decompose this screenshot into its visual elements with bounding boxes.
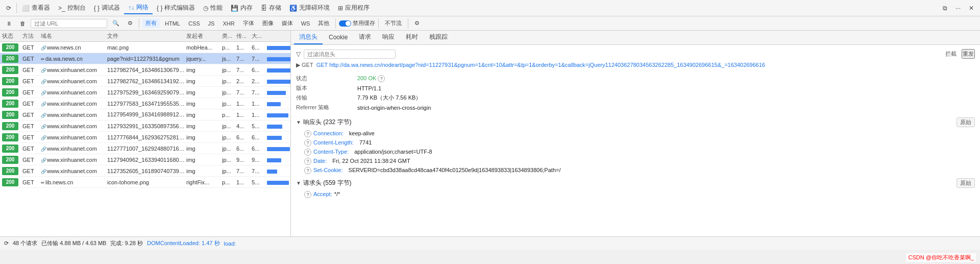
filter-html-button[interactable]: HTML — [162, 19, 183, 28]
filter-ws-button[interactable]: WS — [298, 19, 313, 28]
raw-response-headers-button[interactable]: 原始 — [957, 117, 975, 127]
col-header-status: 状态 — [2, 32, 22, 40]
table-row[interactable]: 200GET🔗www.xinhuanet.com1127940962_16339… — [0, 154, 290, 165]
filter-media-button[interactable]: 媒体 — [279, 18, 296, 28]
cache-toggle-box[interactable] — [339, 20, 351, 27]
transferred-size: 已传输 4.88 MB / 4.63 MB — [41, 239, 106, 247]
status-cell: 200 — [2, 55, 22, 63]
file-cell: 1127932991_1633508973562_titl — [107, 123, 186, 129]
table-row[interactable]: 200GET🔗www.xinhuanet.com1127982764_16348… — [0, 64, 290, 76]
tab-request[interactable]: 请求 — [354, 31, 376, 44]
performance-tab[interactable]: ◷ 性能 — [199, 2, 227, 14]
rh-label: Content-Type: — [313, 149, 349, 155]
tab-message-header[interactable]: 消息头 — [294, 31, 323, 44]
size-cell: 7... — [252, 56, 267, 62]
status-badge: 200 — [2, 133, 18, 141]
more-button[interactable]: ··· — [951, 3, 965, 13]
table-row[interactable]: 200GET🔗www.xinhuanet.com1127352605_16189… — [0, 165, 290, 177]
table-row[interactable]: 200GET🔗www.xinhuanet.com1127977583_16347… — [0, 98, 290, 109]
intercept-button[interactable]: 重发 — [962, 49, 975, 59]
col-header-method: 方法 — [22, 32, 41, 40]
referrer-value: strict-origin-when-cross-origin — [357, 105, 431, 111]
tab-stack-trace[interactable]: 栈跟踪 — [424, 31, 453, 44]
table-row[interactable]: 200GET🔗www.xinhuanet.com1127771007_16292… — [0, 143, 290, 154]
domain-icon: 🔗 — [41, 135, 46, 140]
rh-label: Set-Cookie: — [313, 167, 342, 173]
search-button[interactable]: 🔍 — [109, 19, 122, 28]
no-throttle-select[interactable]: 不节流 — [382, 18, 405, 28]
network-tab[interactable]: ↑↓ 网络 — [124, 2, 153, 14]
filter-settings-button[interactable]: ⚙ — [125, 19, 136, 28]
clear-button[interactable]: 🗑 — [17, 19, 29, 28]
referrer-label: Referrer 策略 — [296, 104, 357, 111]
status-cell: 200 — [2, 167, 22, 175]
status-badge: 200 — [2, 55, 18, 63]
rh-help-icon[interactable]: ? — [304, 130, 311, 137]
dom-content-loaded-link[interactable]: DOMContentLoaded: 1.47 秒 — [147, 239, 219, 247]
tab-cookie[interactable]: Cookie — [324, 32, 353, 44]
status-badge: 200 — [2, 111, 18, 119]
accept-help-icon[interactable]: ? — [304, 191, 311, 198]
table-row[interactable]: 200GET✏lib.news.cnicon-tohome.pngrightFi… — [0, 177, 290, 188]
response-header-item: ?Set-Cookie: SERVERID=cbd3d38aa8cd48caa4… — [296, 166, 975, 175]
rh-help-icon[interactable]: ? — [304, 149, 311, 156]
tab-response[interactable]: 响应 — [377, 31, 400, 44]
filter-xhr-button[interactable]: XHR — [219, 19, 237, 28]
waterfall-cell — [267, 146, 291, 151]
console-tab[interactable]: >_ 控制台 — [54, 2, 90, 14]
header-filter-input[interactable] — [304, 50, 396, 59]
close-devtools-button[interactable]: ✕ — [965, 3, 978, 13]
rh-help-icon[interactable]: ? — [304, 139, 311, 147]
memory-tab[interactable]: 💾 内存 — [227, 2, 257, 14]
rh-help-icon[interactable]: ? — [304, 167, 311, 174]
memory-icon: 💾 — [231, 5, 238, 12]
type-cell: p... — [222, 44, 236, 51]
performance-icon: ◷ — [203, 5, 208, 12]
transfer-cell: 2... — [236, 78, 252, 84]
status-badge: 200 — [2, 66, 18, 74]
status-help-icon[interactable]: ? — [378, 75, 385, 82]
pause-recording-button[interactable]: ⏸ — [3, 19, 15, 28]
table-row[interactable]: 200GET✏da.wa.news.cnpage?nid=11227931&pg… — [0, 53, 290, 64]
request-headers-section[interactable]: ▼ 请求头 (559 字节) 原始 — [296, 178, 975, 188]
request-url: GET http://da.wa.news.cn/nodeart/page?ni… — [316, 62, 765, 68]
load-link[interactable]: load: — [224, 241, 236, 247]
size-cell: 6... — [252, 67, 267, 73]
filter-other-button[interactable]: 其他 — [315, 18, 332, 28]
network-settings-button[interactable]: ⚙ — [411, 19, 423, 28]
inspector-tab[interactable]: ⬜ 查看器 — [18, 2, 54, 14]
raw-request-headers-button[interactable]: 原始 — [957, 178, 975, 188]
status-bar: ⟳ 48 个请求 已传输 4.88 MB / 4.63 MB 完成: 9.28 … — [0, 236, 980, 250]
table-row[interactable]: 200GET🔗www.xinhuanet.com1127975299_16346… — [0, 87, 290, 98]
filter-image-button[interactable]: 图像 — [259, 18, 277, 28]
size-cell: 7... — [252, 168, 267, 174]
filter-font-button[interactable]: 字体 — [240, 18, 257, 28]
domain-icon: 🔗 — [41, 158, 46, 163]
storage-tab[interactable]: 🗄 存储 — [257, 2, 285, 14]
filter-js-button[interactable]: JS — [205, 19, 218, 28]
type-cell: jp... — [222, 157, 236, 163]
refresh-button[interactable]: ⟳ — [2, 3, 15, 13]
tab-timing[interactable]: 耗时 — [401, 31, 423, 44]
table-row[interactable]: 200GET🔗www.xinhuanet.com1127776844_16293… — [0, 132, 290, 143]
url-filter-input[interactable] — [31, 19, 107, 28]
table-row[interactable]: 200GET🔗www.news.cnmac.pngmobHea...p...1.… — [0, 42, 290, 53]
applications-tab[interactable]: ⊞ 应用程序 — [334, 2, 374, 14]
disable-cache-toggle[interactable]: 禁用缓存 — [339, 19, 375, 27]
response-headers-section[interactable]: ▼ 响应头 (232 字节) 原始 — [296, 117, 975, 127]
style-editor-tab[interactable]: { } 样式编辑器 — [153, 2, 199, 14]
transfer-cell: 7... — [236, 89, 252, 95]
rh-help-icon[interactable]: ? — [304, 158, 311, 165]
initiator-cell: img — [186, 101, 222, 107]
debugger-tab[interactable]: { } 调试器 — [90, 2, 124, 14]
domain-cell: ✏lib.news.cn — [41, 179, 107, 185]
table-row[interactable]: 200GET🔗www.xinhuanet.com1127932991_16335… — [0, 121, 290, 132]
accessibility-tab[interactable]: ♿ 无障碍环境 — [285, 2, 334, 14]
filter-all-button[interactable]: 所有 — [142, 18, 160, 28]
filter-css-button[interactable]: CSS — [185, 19, 203, 28]
table-row[interactable]: 200GET🔗www.xinhuanet.com1127982762_16348… — [0, 76, 290, 87]
separator — [16, 3, 17, 13]
restore-button[interactable]: ⧉ — [939, 3, 951, 13]
table-row[interactable]: 200GET🔗www.xinhuanet.com1127954999_16341… — [0, 109, 290, 121]
status-cell: 200 — [2, 133, 22, 141]
